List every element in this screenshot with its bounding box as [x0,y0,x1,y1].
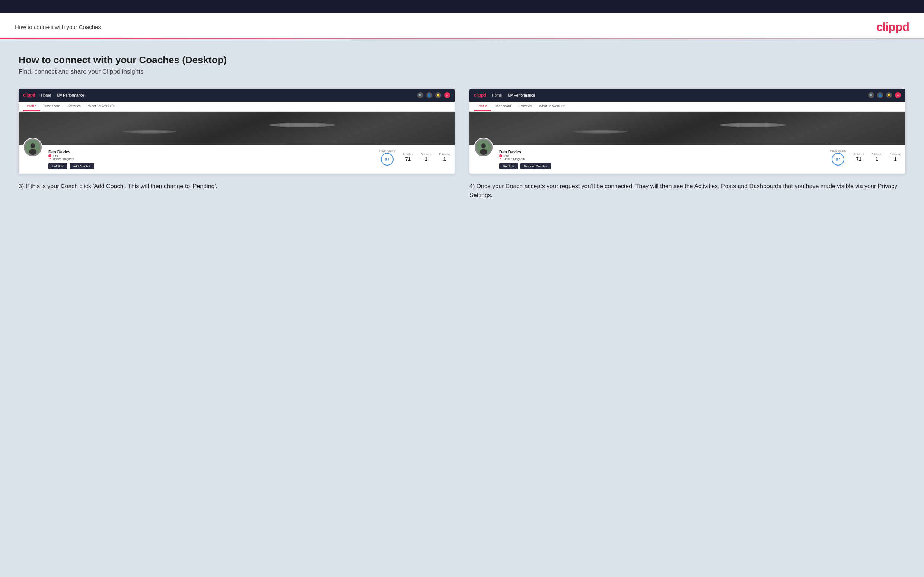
mockup-nav-icons-1: 🔍 👤 🔔 A [417,92,450,98]
mockup-banner-img-1 [19,111,454,145]
followers-stat-1: Followers 1 [420,153,431,162]
tab-activities-2[interactable]: Activities [515,102,536,111]
tab-profile-2[interactable]: Profile [474,102,491,111]
mockup-stats-2: Player Quality 97 Activities 71 Follower… [830,150,901,166]
close-icon: × [545,164,547,168]
tab-dashboard-1[interactable]: Dashboard [40,102,64,111]
mockup-screenshot-2: clippd Home My Performance 🔍 👤 🔔 A Profi… [470,89,905,174]
top-bar [0,0,924,13]
avatar-icon-1[interactable]: A [444,92,450,98]
user-icon-1[interactable]: 👤 [426,92,432,98]
right-column: clippd Home My Performance 🔍 👤 🔔 A Profi… [470,89,905,200]
activities-value-2: 71 [856,156,861,162]
activities-label-2: Activities [854,153,864,155]
tab-whattworkon-1[interactable]: What To Work On [84,102,118,111]
avatar-wrap-1 [23,138,42,157]
header: How to connect with your Coaches clippd [0,13,924,38]
profile-buttons-2: Unfollow Remove Coach × [499,163,824,169]
mockup-logo-2: clippd [474,93,486,98]
player-quality-2: Player Quality 97 [830,150,846,166]
mockup-nav-icons-2: 🔍 👤 🔔 A [868,92,901,98]
mockup-nav-myperformance-1[interactable]: My Performance [57,93,84,97]
pin-icon-2: 📍 [499,158,502,161]
svg-point-1 [31,143,35,148]
avatar-2 [474,138,493,157]
mockup-tabs-2: Profile Dashboard Activities What To Wor… [470,102,905,111]
followers-label-1: Followers [420,153,431,155]
profile-role-1: Pro [48,154,373,157]
profile-location-1: 📍 United Kingdom [48,157,373,161]
followers-value-1: 1 [425,156,427,162]
search-icon-1[interactable]: 🔍 [417,92,423,98]
tab-activities-1[interactable]: Activities [64,102,85,111]
mockup-screenshot-1: clippd Home My Performance 🔍 👤 🔔 A Profi… [19,89,454,174]
following-stat-2: Following 1 [890,153,901,162]
avatar-1 [23,138,42,157]
bell-icon-1[interactable]: 🔔 [435,92,441,98]
followers-value-2: 1 [876,156,878,162]
profile-name-1: Dan Davies [48,150,373,154]
svg-point-5 [480,149,487,155]
svg-point-4 [481,143,486,148]
unfollow-button-1[interactable]: Unfollow [48,163,67,169]
add-coach-button[interactable]: Add Coach + [69,163,94,169]
right-description: 4) Once your Coach accepts your request … [470,182,905,200]
avatar-wrap-2 [474,138,493,157]
tab-dashboard-2[interactable]: Dashboard [491,102,515,111]
player-quality-1: Player Quality 97 [379,150,395,166]
remove-coach-button[interactable]: Remove Coach × [520,163,551,169]
mockup-banner-2 [470,111,905,145]
following-stat-1: Following 1 [439,153,450,162]
profile-name-2: Dan Davies [499,150,824,154]
header-title: How to connect with your Coaches [15,24,101,30]
search-icon-2[interactable]: 🔍 [868,92,874,98]
player-quality-label-1: Player Quality [379,150,395,152]
followers-label-2: Followers [871,153,882,155]
page-heading: How to connect with your Coaches (Deskto… [19,54,905,66]
mockup-nav-myperformance-2[interactable]: My Performance [508,93,535,97]
left-description: 3) If this is your Coach click 'Add Coac… [19,182,454,191]
profile-buttons-1: Unfollow Add Coach + [48,163,373,169]
following-label-1: Following [439,153,450,155]
pin-icon-1: 📍 [48,158,52,161]
check-icon-2 [499,155,502,157]
unfollow-button-2[interactable]: Unfollow [499,163,518,169]
activities-stat-1: Activities 71 [403,153,413,162]
profile-info-2: Dan Davies Pro 📍 United Kingdom Unfollow… [499,150,824,169]
mockup-nav-home-1[interactable]: Home [41,93,51,97]
mockup-logo-1: clippd [23,93,35,98]
mockup-profile-2: Dan Davies Pro 📍 United Kingdom Unfollow… [470,145,905,174]
two-column-layout: clippd Home My Performance 🔍 👤 🔔 A Profi… [19,89,905,200]
profile-info-1: Dan Davies Pro 📍 United Kingdom Unfollow… [48,150,373,169]
profile-role-2: Pro [499,154,824,157]
tab-whattworkon-2[interactable]: What To Work On [535,102,569,111]
main-content: How to connect with your Coaches (Deskto… [0,39,924,577]
profile-location-2: 📍 United Kingdom [499,157,824,161]
page-subheading: Find, connect and share your Clippd insi… [19,68,905,76]
followers-stat-2: Followers 1 [871,153,882,162]
clippd-logo: clippd [876,20,909,34]
player-quality-circle-2: 97 [832,153,844,166]
avatar-icon-2[interactable]: A [895,92,901,98]
mockup-nav-home-2[interactable]: Home [492,93,502,97]
activities-label-1: Activities [403,153,413,155]
bell-icon-2[interactable]: 🔔 [886,92,892,98]
activities-value-1: 71 [405,156,410,162]
player-quality-label-2: Player Quality [830,150,846,152]
left-column: clippd Home My Performance 🔍 👤 🔔 A Profi… [19,89,454,191]
following-label-2: Following [890,153,901,155]
user-icon-2[interactable]: 👤 [877,92,883,98]
plus-icon: + [89,164,90,168]
following-value-1: 1 [443,156,446,162]
mockup-banner-img-2 [470,111,905,145]
mockup-stats-1: Player Quality 97 Activities 71 Follower… [379,150,450,166]
tab-profile-1[interactable]: Profile [23,102,40,111]
mockup-nav-2: clippd Home My Performance 🔍 👤 🔔 A [470,89,905,102]
mockup-nav-1: clippd Home My Performance 🔍 👤 🔔 A [19,89,454,102]
svg-point-2 [29,149,37,155]
check-icon-1 [48,155,52,157]
mockup-profile-1: Dan Davies Pro 📍 United Kingdom Unfollow… [19,145,454,174]
player-quality-circle-1: 97 [381,153,394,166]
mockup-tabs-1: Profile Dashboard Activities What To Wor… [19,102,454,111]
following-value-2: 1 [894,156,897,162]
